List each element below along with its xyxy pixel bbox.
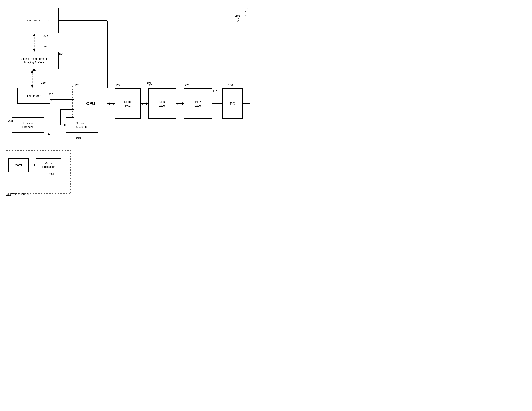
pc-box: PC	[222, 88, 243, 119]
debounce-counter-label: Debounce& Counter	[76, 121, 88, 129]
line-scan-camera-label: Line Scan Camera	[27, 19, 51, 22]
link-layer-box: LinkLayer	[148, 88, 176, 119]
svg-marker-31	[48, 133, 50, 135]
illuminator-box: Illuminator	[17, 88, 50, 103]
svg-marker-5	[106, 85, 109, 88]
ref-206: 206	[48, 93, 53, 96]
ref-222: 222	[116, 84, 120, 87]
motor-box: Motor	[8, 158, 29, 172]
ref-214: 214	[49, 173, 54, 176]
position-encoder-label: PositionEncoder	[22, 121, 33, 129]
phy-layer-box: PHYLayer	[184, 88, 212, 119]
ref-104: 104	[147, 81, 151, 84]
sliding-prism-box: Sliding Prism FormingImaging Surface	[10, 52, 59, 69]
cpu-box: CPU	[74, 88, 107, 119]
svg-marker-40	[176, 102, 178, 105]
svg-rect-2	[6, 150, 70, 193]
ref-106: 106	[228, 84, 233, 87]
svg-marker-16	[33, 49, 35, 52]
svg-marker-37	[141, 102, 143, 105]
ref-212: 212	[6, 193, 11, 196]
logic-pal-label: LogicPAL	[124, 100, 131, 107]
diagram: Line Scan Camera Sliding Prism FormingIm…	[0, 0, 266, 206]
link-layer-label: LinkLayer	[159, 100, 166, 107]
ref-216: 216	[41, 81, 46, 84]
cpu-label: CPU	[86, 101, 95, 106]
ref-204: 204	[59, 53, 63, 56]
ref-202: 202	[43, 34, 48, 37]
ref-220: 220	[75, 84, 79, 87]
ref-210: 210	[76, 136, 81, 140]
illuminator-label: Illuminator	[27, 94, 40, 98]
sliding-prism-label: Sliding Prism FormingImaging Surface	[21, 57, 48, 64]
motion-control-label: Motion Control	[11, 192, 28, 196]
phy-layer-label: PHYLayer	[194, 100, 202, 107]
motor-label: Motor	[15, 163, 22, 167]
ref-218: 218	[42, 45, 47, 48]
line-scan-camera-box: Line Scan Camera	[19, 8, 59, 33]
svg-marker-12	[31, 70, 33, 73]
logic-pal-box: LogicPAL	[115, 88, 141, 119]
ref-226: 226	[185, 84, 189, 87]
micro-processor-label: Micro-Processor	[42, 161, 55, 168]
svg-marker-34	[107, 102, 110, 105]
ref-110: 110	[213, 90, 217, 93]
svg-marker-13	[31, 85, 33, 88]
position-encoder-box: PositionEncoder	[12, 117, 44, 133]
svg-marker-15	[33, 34, 35, 36]
ref-208: 208	[8, 119, 13, 122]
ref-102: 102	[244, 7, 249, 11]
ref-200: 200	[235, 15, 240, 18]
pc-label: PC	[230, 101, 235, 106]
micro-processor-box: Micro-Processor	[36, 158, 61, 172]
debounce-counter-box: Debounce& Counter	[66, 117, 98, 133]
